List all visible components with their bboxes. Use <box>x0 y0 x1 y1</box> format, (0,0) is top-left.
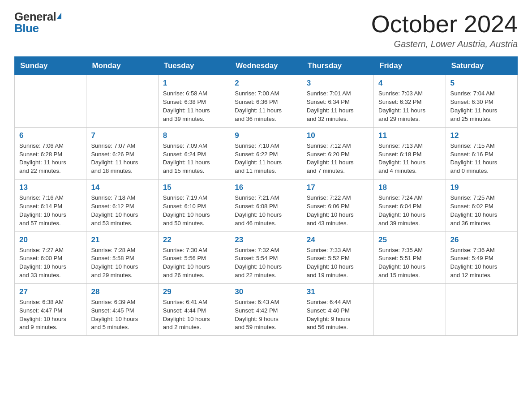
day-info: Sunrise: 6:44 AM Sunset: 4:40 PM Dayligh… <box>307 298 369 332</box>
day-info: Sunrise: 7:33 AM Sunset: 5:52 PM Dayligh… <box>307 246 369 280</box>
day-number: 19 <box>450 183 513 192</box>
header-friday: Friday <box>374 57 446 75</box>
day-number: 17 <box>307 183 369 192</box>
calendar-cell: 5Sunrise: 7:04 AM Sunset: 6:30 PM Daylig… <box>446 75 517 127</box>
calendar-cell: 13Sunrise: 7:16 AM Sunset: 6:14 PM Dayli… <box>15 180 86 231</box>
day-number: 23 <box>235 235 297 244</box>
day-info: Sunrise: 6:39 AM Sunset: 4:45 PM Dayligh… <box>91 298 153 332</box>
calendar-cell: 22Sunrise: 7:30 AM Sunset: 5:56 PM Dayli… <box>158 231 230 283</box>
title-block: October 2024 Gastern, Lower Austria, Aus… <box>371 11 518 49</box>
day-info: Sunrise: 7:06 AM Sunset: 6:28 PM Dayligh… <box>19 142 82 176</box>
day-info: Sunrise: 7:30 AM Sunset: 5:56 PM Dayligh… <box>163 246 225 280</box>
calendar-week-5: 27Sunrise: 6:38 AM Sunset: 4:47 PM Dayli… <box>15 283 518 335</box>
logo-blue-text: Blue <box>14 22 39 34</box>
day-info: Sunrise: 7:22 AM Sunset: 6:06 PM Dayligh… <box>307 194 369 227</box>
day-number: 18 <box>378 183 441 192</box>
calendar-cell: 8Sunrise: 7:09 AM Sunset: 6:24 PM Daylig… <box>158 127 230 179</box>
day-info: Sunrise: 7:00 AM Sunset: 6:36 PM Dayligh… <box>235 90 297 123</box>
day-number: 5 <box>450 79 513 88</box>
day-number: 1 <box>163 79 225 88</box>
header-monday: Monday <box>86 57 158 75</box>
day-info: Sunrise: 7:19 AM Sunset: 6:10 PM Dayligh… <box>163 194 225 227</box>
header-thursday: Thursday <box>302 57 373 75</box>
calendar-cell: 10Sunrise: 7:12 AM Sunset: 6:20 PM Dayli… <box>302 127 373 179</box>
calendar-cell: 27Sunrise: 6:38 AM Sunset: 4:47 PM Dayli… <box>15 283 86 335</box>
day-number: 30 <box>235 287 297 296</box>
header-wednesday: Wednesday <box>230 57 302 75</box>
day-number: 10 <box>307 131 369 140</box>
day-info: Sunrise: 7:16 AM Sunset: 6:14 PM Dayligh… <box>19 194 82 227</box>
calendar-cell: 6Sunrise: 7:06 AM Sunset: 6:28 PM Daylig… <box>15 127 86 179</box>
day-info: Sunrise: 7:32 AM Sunset: 5:54 PM Dayligh… <box>235 246 297 280</box>
calendar-cell: 3Sunrise: 7:01 AM Sunset: 6:34 PM Daylig… <box>302 75 373 127</box>
day-info: Sunrise: 7:27 AM Sunset: 6:00 PM Dayligh… <box>19 246 82 280</box>
day-info: Sunrise: 7:25 AM Sunset: 6:02 PM Dayligh… <box>450 194 513 227</box>
day-number: 8 <box>163 131 225 140</box>
day-info: Sunrise: 7:36 AM Sunset: 5:49 PM Dayligh… <box>450 246 513 280</box>
calendar-cell: 7Sunrise: 7:07 AM Sunset: 6:26 PM Daylig… <box>86 127 158 179</box>
logo-general-text: General <box>14 11 56 22</box>
calendar-cell: 26Sunrise: 7:36 AM Sunset: 5:49 PM Dayli… <box>446 231 517 283</box>
calendar-cell: 25Sunrise: 7:35 AM Sunset: 5:51 PM Dayli… <box>374 231 446 283</box>
day-number: 9 <box>235 131 297 140</box>
calendar-cell: 28Sunrise: 6:39 AM Sunset: 4:45 PM Dayli… <box>86 283 158 335</box>
day-info: Sunrise: 7:01 AM Sunset: 6:34 PM Dayligh… <box>307 90 369 123</box>
day-number: 2 <box>235 79 297 88</box>
day-number: 16 <box>235 183 297 192</box>
calendar-cell: 9Sunrise: 7:10 AM Sunset: 6:22 PM Daylig… <box>230 127 302 179</box>
logo: General Blue <box>14 11 61 34</box>
day-number: 20 <box>19 235 82 244</box>
calendar-header-row: SundayMondayTuesdayWednesdayThursdayFrid… <box>15 57 518 75</box>
day-info: Sunrise: 7:07 AM Sunset: 6:26 PM Dayligh… <box>91 142 153 176</box>
day-info: Sunrise: 7:35 AM Sunset: 5:51 PM Dayligh… <box>378 246 441 280</box>
day-number: 28 <box>91 287 153 296</box>
calendar-cell: 2Sunrise: 7:00 AM Sunset: 6:36 PM Daylig… <box>230 75 302 127</box>
day-number: 13 <box>19 183 82 192</box>
calendar-cell: 29Sunrise: 6:41 AM Sunset: 4:44 PM Dayli… <box>158 283 230 335</box>
calendar-cell: 4Sunrise: 7:03 AM Sunset: 6:32 PM Daylig… <box>374 75 446 127</box>
day-info: Sunrise: 7:15 AM Sunset: 6:16 PM Dayligh… <box>450 142 513 176</box>
calendar-week-4: 20Sunrise: 7:27 AM Sunset: 6:00 PM Dayli… <box>15 231 518 283</box>
calendar-cell: 21Sunrise: 7:28 AM Sunset: 5:58 PM Dayli… <box>86 231 158 283</box>
calendar-cell <box>15 75 86 127</box>
calendar-week-1: 1Sunrise: 6:58 AM Sunset: 6:38 PM Daylig… <box>15 75 518 127</box>
location-title: Gastern, Lower Austria, Austria <box>371 39 518 49</box>
calendar-cell: 16Sunrise: 7:21 AM Sunset: 6:08 PM Dayli… <box>230 180 302 231</box>
calendar-cell: 19Sunrise: 7:25 AM Sunset: 6:02 PM Dayli… <box>446 180 517 231</box>
calendar-cell <box>374 283 446 335</box>
calendar-table: SundayMondayTuesdayWednesdayThursdayFrid… <box>14 56 518 336</box>
header-saturday: Saturday <box>446 57 517 75</box>
day-info: Sunrise: 7:09 AM Sunset: 6:24 PM Dayligh… <box>163 142 225 176</box>
day-info: Sunrise: 6:58 AM Sunset: 6:38 PM Dayligh… <box>163 90 225 123</box>
day-number: 7 <box>91 131 153 140</box>
day-number: 24 <box>307 235 369 244</box>
day-info: Sunrise: 7:18 AM Sunset: 6:12 PM Dayligh… <box>91 194 153 227</box>
calendar-cell: 23Sunrise: 7:32 AM Sunset: 5:54 PM Dayli… <box>230 231 302 283</box>
calendar-cell <box>86 75 158 127</box>
calendar-cell: 12Sunrise: 7:15 AM Sunset: 6:16 PM Dayli… <box>446 127 517 179</box>
calendar-cell: 14Sunrise: 7:18 AM Sunset: 6:12 PM Dayli… <box>86 180 158 231</box>
calendar-cell: 20Sunrise: 7:27 AM Sunset: 6:00 PM Dayli… <box>15 231 86 283</box>
calendar-cell: 1Sunrise: 6:58 AM Sunset: 6:38 PM Daylig… <box>158 75 230 127</box>
calendar-cell: 30Sunrise: 6:43 AM Sunset: 4:42 PM Dayli… <box>230 283 302 335</box>
day-number: 22 <box>163 235 225 244</box>
day-info: Sunrise: 6:41 AM Sunset: 4:44 PM Dayligh… <box>163 298 225 332</box>
calendar-cell <box>446 283 517 335</box>
calendar-cell: 18Sunrise: 7:24 AM Sunset: 6:04 PM Dayli… <box>374 180 446 231</box>
calendar-week-3: 13Sunrise: 7:16 AM Sunset: 6:14 PM Dayli… <box>15 180 518 231</box>
calendar-cell: 15Sunrise: 7:19 AM Sunset: 6:10 PM Dayli… <box>158 180 230 231</box>
day-number: 4 <box>378 79 441 88</box>
logo-triangle-icon <box>57 13 61 19</box>
day-number: 12 <box>450 131 513 140</box>
day-info: Sunrise: 7:13 AM Sunset: 6:18 PM Dayligh… <box>378 142 441 176</box>
day-number: 21 <box>91 235 153 244</box>
day-number: 15 <box>163 183 225 192</box>
day-number: 27 <box>19 287 82 296</box>
month-title: October 2024 <box>371 11 518 37</box>
day-info: Sunrise: 7:12 AM Sunset: 6:20 PM Dayligh… <box>307 142 369 176</box>
calendar-week-2: 6Sunrise: 7:06 AM Sunset: 6:28 PM Daylig… <box>15 127 518 179</box>
day-number: 31 <box>307 287 369 296</box>
day-info: Sunrise: 6:43 AM Sunset: 4:42 PM Dayligh… <box>235 298 297 332</box>
header-tuesday: Tuesday <box>158 57 230 75</box>
calendar-cell: 11Sunrise: 7:13 AM Sunset: 6:18 PM Dayli… <box>374 127 446 179</box>
